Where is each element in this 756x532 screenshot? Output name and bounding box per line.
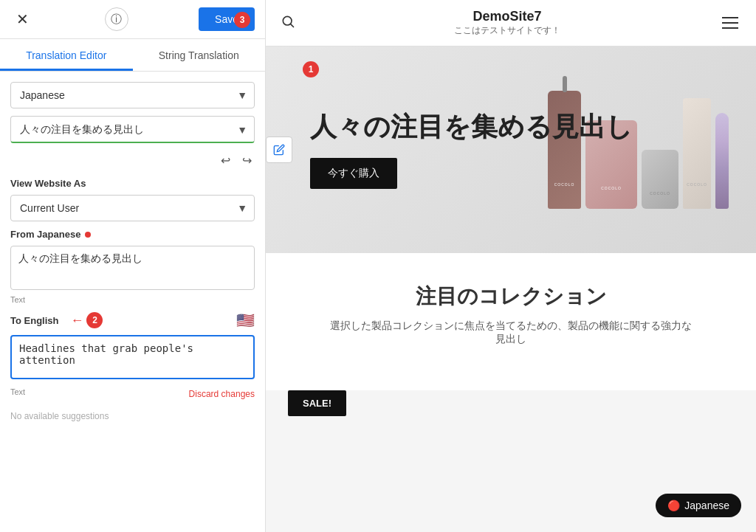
suggestions-label: No available suggestions	[10, 411, 255, 421]
lang-badge-label: Japanese	[684, 500, 729, 511]
from-text-input[interactable]	[10, 246, 255, 290]
annotation-badge-2: 2	[86, 312, 103, 328]
save-area: Save 3	[199, 7, 255, 31]
language-badge[interactable]: 🔴 Japanese	[656, 494, 741, 517]
hamburger-button[interactable]	[719, 14, 741, 32]
to-english-header: To English ← 2 🇺🇸	[10, 311, 255, 329]
to-english-label-group: To English ← 2	[10, 312, 103, 328]
hero-content: 人々の注目を集める見出し 今すぐ購入	[266, 89, 756, 210]
annotation-badge-1: 1	[303, 61, 319, 77]
svg-line-1	[291, 24, 294, 27]
site-title: DemoSite7	[454, 9, 560, 24]
site-subtitle: ここはテストサイトです！	[454, 24, 560, 37]
string-select-wrapper: 人々の注目を集める見出し ▼	[10, 116, 255, 143]
info-button[interactable]: ⓘ	[105, 7, 128, 31]
tab-translation-editor[interactable]: Translation Editor	[0, 39, 133, 71]
annotation-badge-3: 3	[234, 12, 250, 28]
sale-button[interactable]: SALE!	[288, 390, 346, 416]
left-panel: ✕ ⓘ Save 3 Translation Editor String Tra…	[0, 0, 266, 532]
collection-title: 注目のコレクション	[288, 283, 734, 311]
lang-flag-icon: 🔴	[667, 500, 680, 511]
edit-pencil-button[interactable]	[266, 137, 292, 163]
to-text-sublabel: Text	[10, 387, 25, 396]
buy-button[interactable]: 今すぐ購入	[310, 158, 397, 189]
from-text-sublabel: Text	[10, 295, 255, 304]
redo-button[interactable]: ↪	[239, 151, 255, 170]
collection-section: 注目のコレクション 選択した製品コレクションに焦点を当てるための、製品の機能に関…	[266, 253, 756, 390]
hero-section: 1 人々の注目を集める見出し 今すぐ購入	[266, 46, 756, 253]
discard-changes-link[interactable]: Discard changes	[189, 389, 255, 399]
collection-description: 選択した製品コレクションに焦点を当てるための、製品の機能に関する強力な見出し	[326, 319, 695, 346]
us-flag-icon: 🇺🇸	[236, 311, 255, 329]
right-panel: DemoSite7 ここはテストサイトです！ 1 人々の注目を集める見出し 今す…	[266, 0, 756, 532]
language-select[interactable]: Japanese English French	[10, 82, 255, 108]
current-user-select[interactable]: Current User Guest Admin	[10, 195, 255, 221]
sale-section: SALE!	[266, 390, 756, 438]
site-title-block: DemoSite7 ここはテストサイトです！	[454, 9, 560, 37]
panel-body: Japanese English French ▼ 人々の注目を集める見出し ▼…	[0, 72, 265, 532]
undo-button[interactable]: ↩	[218, 151, 233, 170]
hero-wrapper: 1 人々の注目を集める見出し 今すぐ購入	[266, 46, 756, 253]
from-section-label: From Japanese	[10, 229, 255, 240]
site-header: DemoSite7 ここはテストサイトです！	[266, 0, 756, 46]
string-select[interactable]: 人々の注目を集める見出し	[10, 116, 255, 143]
tabs-bar: Translation Editor String Translation	[0, 39, 265, 72]
tab-string-translation[interactable]: String Translation	[133, 39, 266, 71]
hamburger-line-3	[722, 27, 738, 29]
svg-point-0	[283, 16, 292, 25]
close-button[interactable]: ✕	[10, 7, 34, 31]
undo-redo-bar: ↩ ↪	[10, 151, 255, 170]
hamburger-line-1	[722, 17, 738, 18]
view-website-as-label: View Website As	[10, 178, 255, 189]
current-user-select-wrapper: Current User Guest Admin ▼	[10, 195, 255, 221]
to-text-input[interactable]	[10, 335, 255, 379]
hamburger-line-2	[722, 22, 738, 24]
search-button[interactable]	[281, 14, 295, 32]
hero-title: 人々の注目を集める見出し	[310, 111, 734, 142]
top-bar: ✕ ⓘ Save 3	[0, 0, 265, 39]
required-dot	[85, 232, 91, 238]
language-select-wrapper: Japanese English French ▼	[10, 82, 255, 108]
